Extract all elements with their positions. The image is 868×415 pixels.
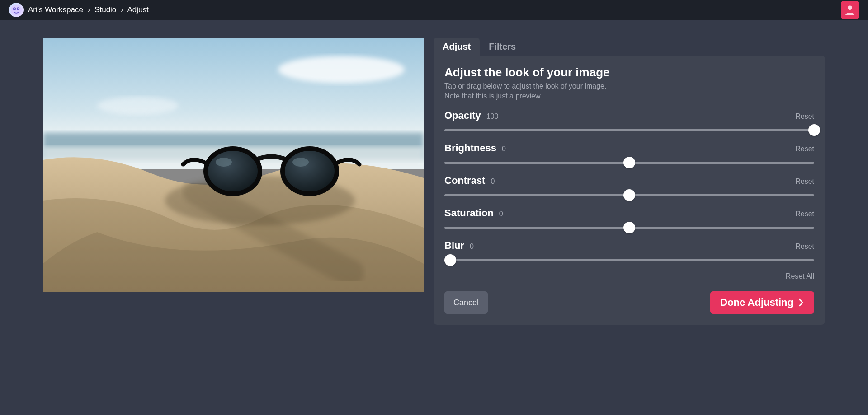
main-content: Adjust Filters Adjust the look of your i… [0,20,868,325]
slider-row-saturation: Saturation 0 Reset [444,207,814,233]
slider-brightness[interactable] [444,157,814,168]
slider-contrast[interactable] [444,189,814,201]
tabs: Adjust Filters [434,38,825,56]
slider-reset-brightness[interactable]: Reset [795,145,814,153]
slider-value-opacity: 100 [486,112,499,121]
breadcrumb-workspace-link[interactable]: Ari's Workspace [28,5,83,14]
slider-value-contrast: 0 [491,177,495,186]
slider-reset-contrast[interactable]: Reset [795,177,814,186]
slider-thumb[interactable] [808,124,820,136]
panel-title: Adjust the look of your image [444,65,814,79]
slider-name-blur: Blur [444,240,464,252]
slider-thumb[interactable] [444,254,456,266]
slider-reset-saturation[interactable]: Reset [795,210,814,218]
tab-filters[interactable]: Filters [480,38,525,56]
svg-point-12 [206,149,260,194]
slider-track [444,129,814,131]
slider-row-brightness: Brightness 0 Reset [444,142,814,168]
slider-name-contrast: Contrast [444,175,485,187]
slider-name-brightness: Brightness [444,142,496,154]
slider-value-saturation: 0 [499,210,503,218]
breadcrumb-separator: › [121,5,123,14]
svg-point-13 [283,149,337,194]
svg-point-3 [14,8,15,9]
slider-name-opacity: Opacity [444,110,481,121]
tab-adjust[interactable]: Adjust [434,38,480,56]
slider-reset-blur[interactable]: Reset [795,242,814,251]
slider-value-brightness: 0 [502,145,506,153]
svg-point-5 [848,5,852,10]
svg-point-8 [97,97,179,115]
breadcrumb-current: Adjust [127,5,149,14]
slider-value-blur: 0 [470,242,474,251]
panel-subtitle-line1: Tap or drag below to adjust the look of … [444,82,606,90]
slider-opacity[interactable] [444,124,814,136]
slider-track [444,259,814,261]
breadcrumb-studio-link[interactable]: Studio [94,5,116,14]
slider-thumb[interactable] [623,222,635,233]
slider-thumb[interactable] [623,157,635,168]
slider-name-saturation: Saturation [444,207,494,219]
user-icon [844,4,856,16]
image-preview[interactable] [43,38,424,292]
slider-row-contrast: Contrast 0 Reset [444,175,814,201]
done-adjusting-button[interactable]: Done Adjusting [710,291,814,314]
panel-subtitle: Tap or drag below to adjust the look of … [444,81,814,101]
svg-point-15 [292,158,309,167]
panel-subtitle-line2: Note that this is just a preview. [444,92,542,100]
slider-blur[interactable] [444,254,814,266]
user-avatar[interactable] [841,1,859,19]
slider-thumb[interactable] [623,189,635,201]
breadcrumb-separator: › [88,5,90,14]
reset-all-link[interactable]: Reset All [444,272,814,280]
svg-point-14 [216,158,232,167]
workspace-icon[interactable] [9,3,24,17]
slider-saturation[interactable] [444,222,814,233]
controls-column: Adjust Filters Adjust the look of your i… [434,38,825,325]
slider-row-opacity: Opacity 100 Reset [444,110,814,136]
slider-row-blur: Blur 0 Reset [444,240,814,266]
svg-point-0 [11,5,22,15]
svg-point-4 [18,8,19,9]
cancel-button[interactable]: Cancel [444,291,488,314]
actions-row: Cancel Done Adjusting [444,291,814,314]
breadcrumb: Ari's Workspace › Studio › Adjust [28,5,149,14]
adjust-panel: Adjust the look of your image Tap or dra… [434,56,825,325]
svg-point-7 [278,56,405,83]
app-header: Ari's Workspace › Studio › Adjust [0,0,868,20]
chevron-right-icon [798,298,804,307]
done-button-label: Done Adjusting [720,297,793,308]
slider-reset-opacity[interactable]: Reset [795,112,814,121]
image-column [43,38,424,292]
